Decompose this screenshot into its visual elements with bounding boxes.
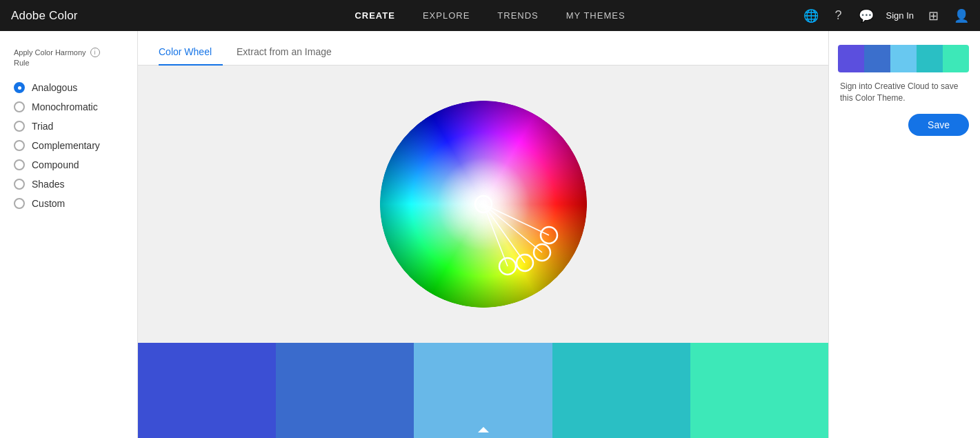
- sign-in-prompt: Sign into Creative Cloud to save this Co…: [840, 81, 969, 104]
- radio-label-shades: Shades: [32, 179, 64, 190]
- right-panel: Sign into Creative Cloud to save this Co…: [828, 31, 980, 438]
- globe-icon[interactable]: 🌐: [803, 8, 819, 23]
- swatch-4[interactable]: [690, 343, 828, 438]
- radio-analogous[interactable]: Analogous: [14, 82, 123, 93]
- radio-circle-custom: [14, 198, 25, 209]
- radio-label-complementary: Complementary: [32, 140, 100, 151]
- radio-circle-compound: [14, 159, 25, 170]
- radio-compound[interactable]: Compound: [14, 159, 123, 170]
- radio-circle-monochromatic: [14, 101, 25, 112]
- theme-preview: [838, 45, 969, 72]
- radio-label-analogous: Analogous: [32, 82, 77, 93]
- nav-create[interactable]: CREATE: [354, 10, 394, 21]
- harmony-section: Apply Color Harmony i Rule: [0, 37, 137, 82]
- radio-circle-shades: [14, 179, 25, 190]
- color-wheel[interactable]: [377, 97, 590, 311]
- radio-label-triad: Triad: [32, 121, 53, 132]
- wheel-area: [138, 66, 828, 343]
- content-area: Apply Color Harmony i Rule AnalogousMono…: [0, 31, 980, 438]
- center-column: Color WheelExtract from an Image: [138, 31, 828, 438]
- header-right: 🌐 ? 💬 Sign In ⊞ 👤: [803, 8, 969, 23]
- swatches-bar: [138, 343, 828, 438]
- user-icon[interactable]: 👤: [954, 8, 969, 23]
- main-nav: CREATEEXPLORETRENDSMY THEMES: [354, 10, 625, 21]
- help-icon[interactable]: ?: [831, 8, 846, 23]
- info-icon[interactable]: i: [90, 48, 100, 57]
- radio-circle-complementary: [14, 140, 25, 151]
- radio-label-compound: Compound: [32, 159, 79, 170]
- theme-preview-swatch-0: [838, 45, 864, 72]
- radio-label-monochromatic: Monochromatic: [32, 101, 98, 112]
- app-logo: Adobe Color: [11, 9, 78, 23]
- left-sidebar: Apply Color Harmony i Rule AnalogousMono…: [0, 31, 138, 438]
- radio-circle-analogous: [14, 82, 25, 93]
- nav-explore[interactable]: EXPLORE: [423, 10, 470, 21]
- radio-label-custom: Custom: [32, 198, 65, 209]
- harmony-label: Apply Color Harmony i: [14, 48, 123, 57]
- tab-extract[interactable]: Extract from an Image: [237, 37, 343, 66]
- save-button[interactable]: Save: [908, 114, 969, 136]
- theme-preview-swatch-2: [890, 45, 917, 72]
- nav-my-themes[interactable]: MY THEMES: [566, 10, 626, 21]
- theme-preview-swatch-4: [943, 45, 969, 72]
- theme-preview-swatch-1: [864, 45, 890, 72]
- radio-circle-triad: [14, 121, 25, 132]
- radio-monochromatic[interactable]: Monochromatic: [14, 101, 123, 112]
- radio-shades[interactable]: Shades: [14, 179, 123, 190]
- harmony-sublabel: Rule: [14, 59, 123, 67]
- tabs-strip: Color WheelExtract from an Image: [138, 31, 828, 66]
- theme-preview-swatch-3: [917, 45, 943, 72]
- apps-icon[interactable]: ⊞: [926, 8, 941, 23]
- radio-triad[interactable]: Triad: [14, 121, 123, 132]
- swatch-2[interactable]: [414, 343, 552, 438]
- swatch-3[interactable]: [552, 343, 690, 438]
- sign-in-link[interactable]: Sign In: [886, 10, 914, 21]
- harmony-options: AnalogousMonochromaticTriadComplementary…: [0, 82, 137, 209]
- swatch-1[interactable]: [276, 343, 414, 438]
- swatch-0[interactable]: [138, 343, 276, 438]
- header: Adobe Color CREATEEXPLORETRENDSMY THEMES…: [0, 0, 980, 31]
- radio-complementary[interactable]: Complementary: [14, 140, 123, 151]
- chat-icon[interactable]: 💬: [859, 8, 874, 23]
- radio-custom[interactable]: Custom: [14, 198, 123, 209]
- nav-trends[interactable]: TRENDS: [497, 10, 538, 21]
- tab-color-wheel[interactable]: Color Wheel: [159, 37, 223, 66]
